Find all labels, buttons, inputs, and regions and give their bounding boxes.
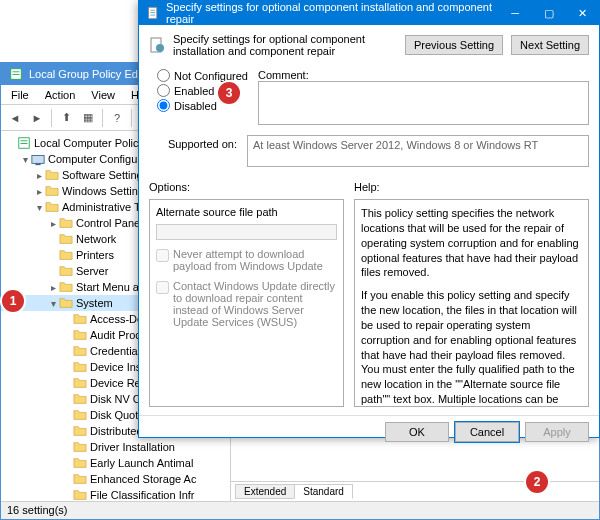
tree-label: Local Computer Policy: [34, 137, 144, 149]
annotation-badge-1: 1: [2, 290, 24, 312]
tree-twisty[interactable]: ▸: [33, 170, 45, 181]
radio-not-configured[interactable]: Not Configured: [157, 69, 248, 82]
tree-twisty[interactable]: ▸: [47, 282, 59, 293]
alt-path-input: [156, 224, 337, 240]
gpedit-title-text: Local Group Policy Editor: [29, 68, 153, 80]
annotation-badge-3: 3: [218, 82, 240, 104]
up-button[interactable]: ⬆: [56, 108, 76, 128]
menu-view[interactable]: View: [85, 87, 121, 103]
tree-twisty[interactable]: ▾: [47, 298, 59, 309]
dialog-title-text: Specify settings for optional component …: [166, 1, 498, 25]
tab-standard[interactable]: Standard: [294, 484, 353, 499]
comment-textarea[interactable]: [258, 81, 589, 125]
tree-label: Printers: [76, 249, 114, 261]
supported-label: Supported on:: [157, 135, 237, 150]
help-button[interactable]: ?: [107, 108, 127, 128]
options-panel: Alternate source file path Never attempt…: [149, 199, 344, 407]
status-bar: 16 setting(s): [1, 501, 599, 519]
cancel-button[interactable]: Cancel: [455, 422, 519, 442]
svg-rect-1: [13, 71, 20, 72]
tree-twisty[interactable]: ▾: [19, 154, 31, 165]
help-panel[interactable]: This policy setting specifies the networ…: [354, 199, 589, 407]
help-p1: This policy setting specifies the networ…: [361, 206, 582, 280]
svg-rect-6: [32, 156, 44, 164]
dialog-close[interactable]: ✕: [566, 1, 600, 25]
svg-rect-5: [21, 143, 28, 144]
ok-button[interactable]: OK: [385, 422, 449, 442]
dialog-maximize[interactable]: ▢: [532, 1, 566, 25]
comment-label: Comment:: [258, 69, 589, 81]
svg-rect-4: [21, 140, 28, 141]
policy-dialog: Specify settings for optional component …: [138, 0, 600, 438]
svg-rect-2: [13, 74, 20, 75]
tree-item[interactable]: Enhanced Storage Ac: [1, 471, 230, 487]
annotation-badge-2: 2: [526, 471, 548, 493]
tree-label: Network: [76, 233, 116, 245]
tab-extended[interactable]: Extended: [235, 484, 295, 499]
tree-label: Software Settings: [62, 169, 148, 181]
show-hide-button[interactable]: ▦: [78, 108, 98, 128]
tree-label: Enhanced Storage Ac: [90, 473, 196, 485]
alt-path-label: Alternate source file path: [156, 206, 337, 218]
dialog-heading: Specify settings for optional component …: [173, 33, 397, 57]
options-label: Options:: [149, 181, 344, 193]
svg-rect-21: [150, 15, 155, 16]
tree-label: Windows Settings: [62, 185, 149, 197]
svg-rect-19: [150, 10, 155, 11]
tree-twisty[interactable]: ▸: [33, 186, 45, 197]
previous-setting-button[interactable]: Previous Setting: [405, 35, 503, 55]
tree-twisty[interactable]: ▸: [47, 218, 59, 229]
policy-icon: [147, 6, 160, 20]
svg-rect-20: [150, 12, 155, 13]
gpedit-icon: [9, 67, 23, 81]
tree-item[interactable]: File Classification Infr: [1, 487, 230, 501]
tree-label: Control Panel: [76, 217, 143, 229]
dialog-titlebar[interactable]: Specify settings for optional component …: [139, 1, 599, 25]
help-label: Help:: [354, 181, 380, 193]
dialog-minimize[interactable]: ─: [498, 1, 532, 25]
next-setting-button[interactable]: Next Setting: [511, 35, 589, 55]
help-p2: If you enable this policy setting and sp…: [361, 288, 582, 407]
menu-action[interactable]: Action: [39, 87, 82, 103]
tree-label: Early Launch Antimal: [90, 457, 193, 469]
apply-button[interactable]: Apply: [525, 422, 589, 442]
tree-twisty[interactable]: ▾: [33, 202, 45, 213]
supported-value: At least Windows Server 2012, Windows 8 …: [247, 135, 589, 167]
policy-item-icon: [149, 37, 165, 53]
menu-file[interactable]: File: [5, 87, 35, 103]
tree-item[interactable]: Early Launch Antimal: [1, 455, 230, 471]
forward-button[interactable]: ►: [27, 108, 47, 128]
back-button[interactable]: ◄: [5, 108, 25, 128]
checkbox-never-download: Never attempt to download payload from W…: [156, 248, 337, 272]
svg-point-23: [156, 44, 164, 52]
tree-label: File Classification Infr: [90, 489, 195, 501]
tree-label: System: [76, 297, 113, 309]
checkbox-contact-wu: Contact Windows Update directly to downl…: [156, 280, 337, 328]
svg-rect-7: [35, 163, 40, 165]
tree-label: Server: [76, 265, 108, 277]
